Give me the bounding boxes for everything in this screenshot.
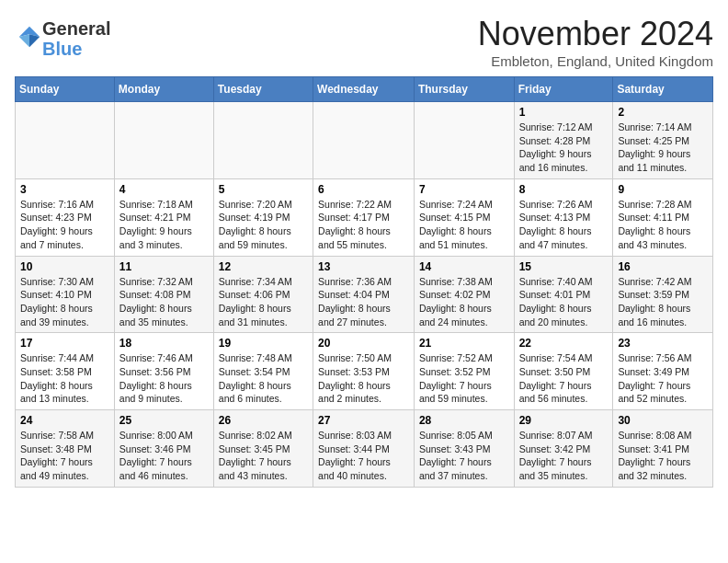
day-info: Sunrise: 7:46 AM Sunset: 3:56 PM Dayligh… xyxy=(119,351,209,406)
day-number: 9 xyxy=(618,183,708,196)
calendar-cell: 21Sunrise: 7:52 AM Sunset: 3:52 PM Dayli… xyxy=(414,333,514,410)
logo-text: GeneralBlue xyxy=(42,18,110,59)
calendar-cell: 6Sunrise: 7:22 AM Sunset: 4:17 PM Daylig… xyxy=(313,178,415,256)
day-info: Sunrise: 7:40 AM Sunset: 4:01 PM Dayligh… xyxy=(519,275,609,329)
day-info: Sunrise: 7:32 AM Sunset: 4:08 PM Dayligh… xyxy=(119,275,209,329)
calendar-cell xyxy=(114,102,213,179)
calendar-cell: 5Sunrise: 7:20 AM Sunset: 4:19 PM Daylig… xyxy=(213,178,313,256)
calendar-cell: 10Sunrise: 7:30 AM Sunset: 4:10 PM Dayli… xyxy=(16,256,115,333)
calendar-cell: 14Sunrise: 7:38 AM Sunset: 4:02 PM Dayli… xyxy=(414,256,514,333)
page-header: GeneralBlue November 2024 Embleton, Engl… xyxy=(15,15,713,69)
day-info: Sunrise: 7:20 AM Sunset: 4:19 PM Dayligh… xyxy=(219,198,308,252)
day-number: 1 xyxy=(519,106,609,119)
day-number: 7 xyxy=(419,183,509,196)
month-title: November 2024 xyxy=(478,15,713,53)
weekday-header-row: SundayMondayTuesdayWednesdayThursdayFrid… xyxy=(16,77,713,102)
weekday-header: Monday xyxy=(114,77,213,102)
calendar-week-row: 24Sunrise: 7:58 AM Sunset: 3:48 PM Dayli… xyxy=(16,410,713,488)
day-info: Sunrise: 7:16 AM Sunset: 4:23 PM Dayligh… xyxy=(20,198,109,252)
calendar-cell: 13Sunrise: 7:36 AM Sunset: 4:04 PM Dayli… xyxy=(313,256,415,333)
day-number: 21 xyxy=(419,337,509,350)
day-number: 29 xyxy=(519,414,609,427)
day-number: 10 xyxy=(20,260,109,273)
day-number: 14 xyxy=(419,260,509,273)
day-info: Sunrise: 7:18 AM Sunset: 4:21 PM Dayligh… xyxy=(119,198,209,252)
day-number: 20 xyxy=(318,337,409,350)
calendar-cell: 8Sunrise: 7:26 AM Sunset: 4:13 PM Daylig… xyxy=(514,178,613,256)
calendar-cell: 28Sunrise: 8:05 AM Sunset: 3:43 PM Dayli… xyxy=(414,410,514,488)
day-number: 2 xyxy=(618,106,708,119)
day-info: Sunrise: 7:48 AM Sunset: 3:54 PM Dayligh… xyxy=(219,351,308,406)
calendar-cell xyxy=(313,102,415,179)
day-number: 5 xyxy=(219,183,308,196)
day-number: 15 xyxy=(519,260,609,273)
logo-icon xyxy=(17,24,42,50)
calendar-cell: 16Sunrise: 7:42 AM Sunset: 3:59 PM Dayli… xyxy=(613,256,713,333)
day-info: Sunrise: 7:36 AM Sunset: 4:04 PM Dayligh… xyxy=(318,275,409,329)
day-number: 22 xyxy=(519,337,609,350)
weekday-header: Tuesday xyxy=(213,77,313,102)
calendar-cell: 24Sunrise: 7:58 AM Sunset: 3:48 PM Dayli… xyxy=(16,410,115,488)
day-number: 12 xyxy=(219,260,308,273)
day-number: 18 xyxy=(119,337,209,350)
day-info: Sunrise: 7:52 AM Sunset: 3:52 PM Dayligh… xyxy=(419,351,509,406)
calendar-cell: 27Sunrise: 8:03 AM Sunset: 3:44 PM Dayli… xyxy=(313,410,415,488)
calendar-cell: 1Sunrise: 7:12 AM Sunset: 4:28 PM Daylig… xyxy=(514,102,613,179)
calendar-cell: 30Sunrise: 8:08 AM Sunset: 3:41 PM Dayli… xyxy=(613,410,713,488)
calendar-week-row: 17Sunrise: 7:44 AM Sunset: 3:58 PM Dayli… xyxy=(16,333,713,410)
calendar-cell: 3Sunrise: 7:16 AM Sunset: 4:23 PM Daylig… xyxy=(16,178,115,256)
weekday-header: Friday xyxy=(514,77,613,102)
calendar-cell: 18Sunrise: 7:46 AM Sunset: 3:56 PM Dayli… xyxy=(114,333,213,410)
day-number: 8 xyxy=(519,183,609,196)
calendar-cell: 11Sunrise: 7:32 AM Sunset: 4:08 PM Dayli… xyxy=(114,256,213,333)
day-number: 28 xyxy=(419,414,509,427)
day-info: Sunrise: 8:02 AM Sunset: 3:45 PM Dayligh… xyxy=(219,429,308,483)
day-number: 4 xyxy=(119,183,209,196)
calendar-cell: 19Sunrise: 7:48 AM Sunset: 3:54 PM Dayli… xyxy=(213,333,313,410)
day-info: Sunrise: 7:58 AM Sunset: 3:48 PM Dayligh… xyxy=(20,429,109,483)
day-number: 17 xyxy=(20,337,109,350)
calendar-week-row: 3Sunrise: 7:16 AM Sunset: 4:23 PM Daylig… xyxy=(16,178,713,256)
calendar-week-row: 10Sunrise: 7:30 AM Sunset: 4:10 PM Dayli… xyxy=(16,256,713,333)
day-number: 24 xyxy=(20,414,109,427)
calendar-cell xyxy=(213,102,313,179)
day-info: Sunrise: 7:34 AM Sunset: 4:06 PM Dayligh… xyxy=(219,275,308,329)
location: Embleton, England, United Kingdom xyxy=(478,53,713,69)
logo: GeneralBlue xyxy=(15,18,110,59)
day-info: Sunrise: 8:07 AM Sunset: 3:42 PM Dayligh… xyxy=(519,429,609,483)
day-number: 27 xyxy=(318,414,409,427)
day-info: Sunrise: 7:56 AM Sunset: 3:49 PM Dayligh… xyxy=(618,351,708,406)
title-area: November 2024 Embleton, England, United … xyxy=(478,15,713,69)
day-info: Sunrise: 7:38 AM Sunset: 4:02 PM Dayligh… xyxy=(419,275,509,329)
day-info: Sunrise: 7:28 AM Sunset: 4:11 PM Dayligh… xyxy=(618,198,708,252)
calendar-table: SundayMondayTuesdayWednesdayThursdayFrid… xyxy=(15,76,713,488)
calendar-cell: 29Sunrise: 8:07 AM Sunset: 3:42 PM Dayli… xyxy=(514,410,613,488)
calendar-cell xyxy=(16,102,115,179)
day-info: Sunrise: 7:44 AM Sunset: 3:58 PM Dayligh… xyxy=(20,351,109,406)
calendar-cell: 17Sunrise: 7:44 AM Sunset: 3:58 PM Dayli… xyxy=(16,333,115,410)
calendar-cell: 25Sunrise: 8:00 AM Sunset: 3:46 PM Dayli… xyxy=(114,410,213,488)
day-info: Sunrise: 7:30 AM Sunset: 4:10 PM Dayligh… xyxy=(20,275,109,329)
day-info: Sunrise: 8:00 AM Sunset: 3:46 PM Dayligh… xyxy=(119,429,209,483)
day-info: Sunrise: 7:26 AM Sunset: 4:13 PM Dayligh… xyxy=(519,198,609,252)
calendar-cell xyxy=(414,102,514,179)
day-info: Sunrise: 8:05 AM Sunset: 3:43 PM Dayligh… xyxy=(419,429,509,483)
day-info: Sunrise: 7:54 AM Sunset: 3:50 PM Dayligh… xyxy=(519,351,609,406)
calendar-cell: 23Sunrise: 7:56 AM Sunset: 3:49 PM Dayli… xyxy=(613,333,713,410)
day-info: Sunrise: 7:14 AM Sunset: 4:25 PM Dayligh… xyxy=(618,121,708,175)
calendar-cell: 15Sunrise: 7:40 AM Sunset: 4:01 PM Dayli… xyxy=(514,256,613,333)
calendar-cell: 4Sunrise: 7:18 AM Sunset: 4:21 PM Daylig… xyxy=(114,178,213,256)
day-number: 30 xyxy=(618,414,708,427)
calendar-cell: 7Sunrise: 7:24 AM Sunset: 4:15 PM Daylig… xyxy=(414,178,514,256)
day-info: Sunrise: 7:50 AM Sunset: 3:53 PM Dayligh… xyxy=(318,351,409,406)
calendar-cell: 26Sunrise: 8:02 AM Sunset: 3:45 PM Dayli… xyxy=(213,410,313,488)
day-number: 16 xyxy=(618,260,708,273)
day-info: Sunrise: 7:24 AM Sunset: 4:15 PM Dayligh… xyxy=(419,198,509,252)
day-number: 6 xyxy=(318,183,409,196)
day-number: 23 xyxy=(618,337,708,350)
weekday-header: Saturday xyxy=(613,77,713,102)
day-number: 3 xyxy=(20,183,109,196)
calendar-cell: 22Sunrise: 7:54 AM Sunset: 3:50 PM Dayli… xyxy=(514,333,613,410)
calendar-week-row: 1Sunrise: 7:12 AM Sunset: 4:28 PM Daylig… xyxy=(16,102,713,179)
calendar-cell: 2Sunrise: 7:14 AM Sunset: 4:25 PM Daylig… xyxy=(613,102,713,179)
